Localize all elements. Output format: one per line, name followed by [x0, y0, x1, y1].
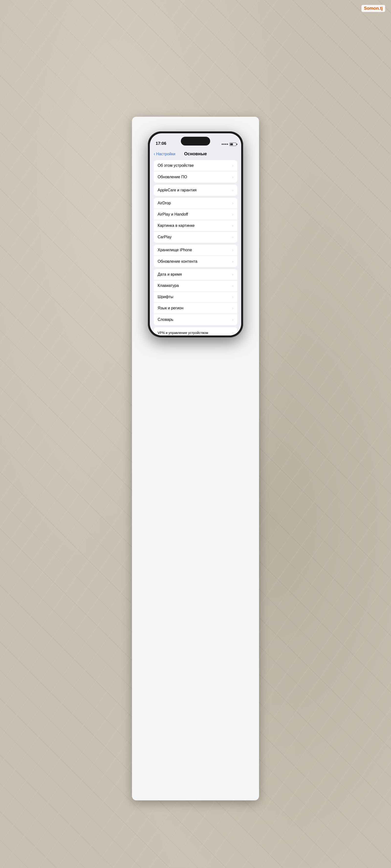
chevron-right-icon: › [232, 175, 233, 179]
nav-bar: ‹ Настройки Основные [150, 148, 241, 160]
item-label: Язык и регион [158, 306, 184, 310]
item-label: Обновление ПО [158, 175, 187, 179]
item-label: AppleCare и гарантия [158, 188, 196, 192]
settings-section-6: VPN и управление устройством › [154, 327, 237, 336]
item-label: AirDrop [158, 201, 171, 205]
list-item[interactable]: Дата и время › [154, 269, 237, 280]
item-label: Картинка в картинке [158, 223, 195, 228]
list-item[interactable]: CarPlay › [154, 231, 237, 243]
item-label: Обновление контента [158, 259, 197, 264]
signal-dot-3 [225, 144, 226, 145]
signal-dot-1 [222, 144, 223, 145]
chevron-right-icon: › [232, 201, 233, 205]
status-icons [222, 143, 236, 147]
chevron-right-icon: › [232, 212, 233, 216]
list-item[interactable]: Хранилище iPhone › [154, 245, 237, 256]
chevron-right-icon: › [232, 163, 233, 167]
settings-content: Об этом устройстве › Обновление ПО › App… [150, 160, 241, 336]
settings-section-3: AirDrop › AirPlay и Handoff › Картинка в… [154, 198, 237, 243]
list-item[interactable]: AppleCare и гарантия › [154, 185, 237, 196]
list-item[interactable]: VPN и управление устройством › [154, 327, 237, 336]
item-label: CarPlay [158, 235, 172, 239]
settings-section-1: Об этом устройстве › Обновление ПО › [154, 160, 237, 183]
iphone-device: 17:06 ‹ Настройки [148, 131, 243, 337]
item-label: Словарь [158, 317, 173, 322]
dynamic-island [181, 137, 210, 146]
battery-fill [230, 143, 233, 145]
battery-icon [229, 143, 236, 146]
list-item[interactable]: Словарь › [154, 314, 237, 325]
item-label: AirPlay и Handoff [158, 212, 188, 217]
chevron-right-icon: › [232, 284, 233, 288]
chevron-right-icon: › [232, 306, 233, 310]
back-chevron-icon: ‹ [154, 151, 155, 156]
settings-section-5: Дата и время › Клавиатура › Шрифты › Язы… [154, 269, 237, 325]
nav-title: Основные [184, 151, 207, 156]
phone-box: 17:06 ‹ Настройки [132, 117, 259, 800]
chevron-right-icon: › [232, 188, 233, 192]
nav-back-label: Настройки [156, 152, 175, 156]
signal-dot-2 [223, 144, 225, 145]
list-item[interactable]: Картинка в картинке › [154, 220, 237, 231]
item-label: Дата и время [158, 272, 182, 277]
item-label: Об этом устройстве [158, 163, 194, 168]
list-item[interactable]: AirPlay и Handoff › [154, 209, 237, 220]
list-item[interactable]: Клавиатура › [154, 280, 237, 291]
iphone-screen: 17:06 ‹ Настройки [150, 133, 241, 336]
chevron-right-icon: › [232, 235, 233, 239]
settings-section-4: Хранилище iPhone › Обновление контента › [154, 245, 237, 267]
list-item[interactable]: Обновление ПО › [154, 172, 237, 183]
item-label: VPN и управление устройством [158, 331, 208, 335]
list-item[interactable]: AirDrop › [154, 198, 237, 209]
list-item[interactable]: Об этом устройстве › [154, 160, 237, 172]
settings-section-2: AppleCare и гарантия › [154, 185, 237, 196]
item-label: Хранилище iPhone [158, 248, 192, 252]
chevron-right-icon: › [232, 273, 233, 276]
chevron-right-icon: › [232, 295, 233, 299]
chevron-right-icon: › [232, 248, 233, 252]
nav-back-button[interactable]: ‹ Настройки [154, 151, 175, 156]
signal-dots [222, 144, 228, 145]
item-label: Шрифты [158, 295, 173, 299]
item-label: Клавиатура [158, 283, 179, 288]
status-time: 17:06 [156, 141, 166, 147]
list-item[interactable]: Шрифты › [154, 291, 237, 303]
chevron-right-icon: › [232, 224, 233, 227]
list-item[interactable]: Обновление контента › [154, 256, 237, 267]
chevron-right-icon: › [232, 259, 233, 264]
list-item[interactable]: Язык и регион › [154, 303, 237, 314]
watermark: Somon.tj [361, 5, 385, 12]
chevron-right-icon: › [232, 331, 233, 335]
chevron-right-icon: › [232, 318, 233, 321]
signal-dot-4 [227, 144, 228, 145]
